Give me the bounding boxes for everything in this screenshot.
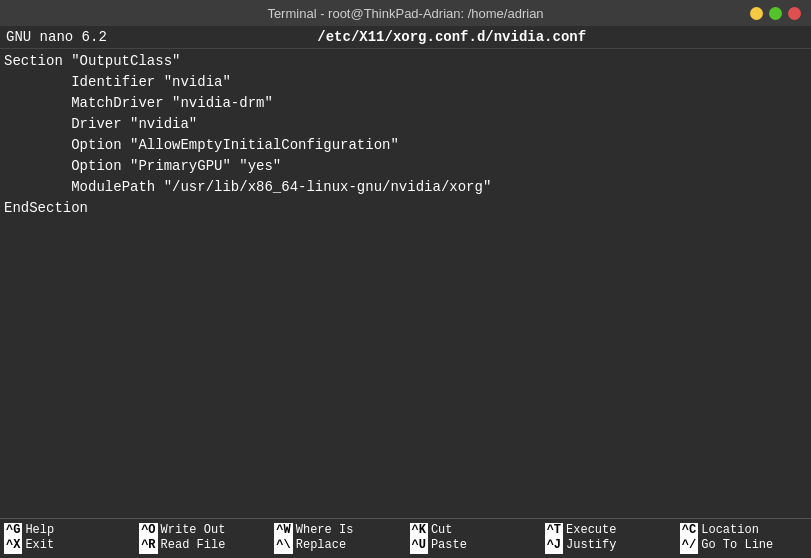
- maximize-button[interactable]: [769, 7, 782, 20]
- shortcut-item-5[interactable]: ^C Location ^/ Go To Line: [676, 521, 811, 556]
- shortcut-key-4-1: ^T: [545, 523, 563, 539]
- shortcut-key-3-1: ^K: [410, 523, 428, 539]
- shortcut-label-5-1: Location: [701, 523, 759, 539]
- title-bar: Terminal - root@ThinkPad-Adrian: /home/a…: [0, 0, 811, 26]
- shortcut-item-0[interactable]: ^G Help ^X Exit: [0, 521, 135, 556]
- editor-area[interactable]: Section "OutputClass" Identifier "nvidia…: [0, 49, 811, 518]
- shortcut-key-5-2: ^/: [680, 538, 698, 554]
- shortcut-label-3-1: Cut: [431, 523, 453, 539]
- nano-topbar-right: [797, 29, 805, 45]
- nano-version: GNU nano 6.2: [6, 29, 107, 45]
- minimize-button[interactable]: [750, 7, 763, 20]
- shortcut-label-2-1: Where Is: [296, 523, 354, 539]
- shortcut-key-1-2: ^R: [139, 538, 157, 554]
- shortcut-label-2-2: Replace: [296, 538, 346, 554]
- shortcut-label-1-1: Write Out: [161, 523, 226, 539]
- shortcut-label-5-2: Go To Line: [701, 538, 773, 554]
- shortcut-item-3[interactable]: ^K Cut ^U Paste: [406, 521, 541, 556]
- shortcut-key-3-2: ^U: [410, 538, 428, 554]
- shortcut-item-2[interactable]: ^W Where Is ^\ Replace: [270, 521, 405, 556]
- shortcut-key-0-1: ^G: [4, 523, 22, 539]
- shortcut-item-1[interactable]: ^O Write Out ^R Read File: [135, 521, 270, 556]
- shortcut-label-4-2: Justify: [566, 538, 616, 554]
- nano-filename: /etc/X11/xorg.conf.d/nvidia.conf: [317, 29, 586, 45]
- shortcut-label-0-2: Exit: [25, 538, 54, 554]
- window-controls: [750, 7, 801, 20]
- shortcut-key-0-2: ^X: [4, 538, 22, 554]
- shortcut-label-4-1: Execute: [566, 523, 616, 539]
- shortcut-key-1-1: ^O: [139, 523, 157, 539]
- shortcut-key-2-2: ^\: [274, 538, 292, 554]
- shortcut-key-2-1: ^W: [274, 523, 292, 539]
- nano-topbar: GNU nano 6.2 /etc/X11/xorg.conf.d/nvidia…: [0, 26, 811, 49]
- window-title: Terminal - root@ThinkPad-Adrian: /home/a…: [267, 6, 543, 21]
- shortcut-item-4[interactable]: ^T Execute ^J Justify: [541, 521, 676, 556]
- close-button[interactable]: [788, 7, 801, 20]
- shortcut-key-5-1: ^C: [680, 523, 698, 539]
- shortcut-label-3-2: Paste: [431, 538, 467, 554]
- shortcut-label-0-1: Help: [25, 523, 54, 539]
- shortcut-key-4-2: ^J: [545, 538, 563, 554]
- shortcut-label-1-2: Read File: [161, 538, 226, 554]
- shortcuts-bar: ^G Help ^X Exit ^O Write Out ^R Read Fil…: [0, 518, 811, 558]
